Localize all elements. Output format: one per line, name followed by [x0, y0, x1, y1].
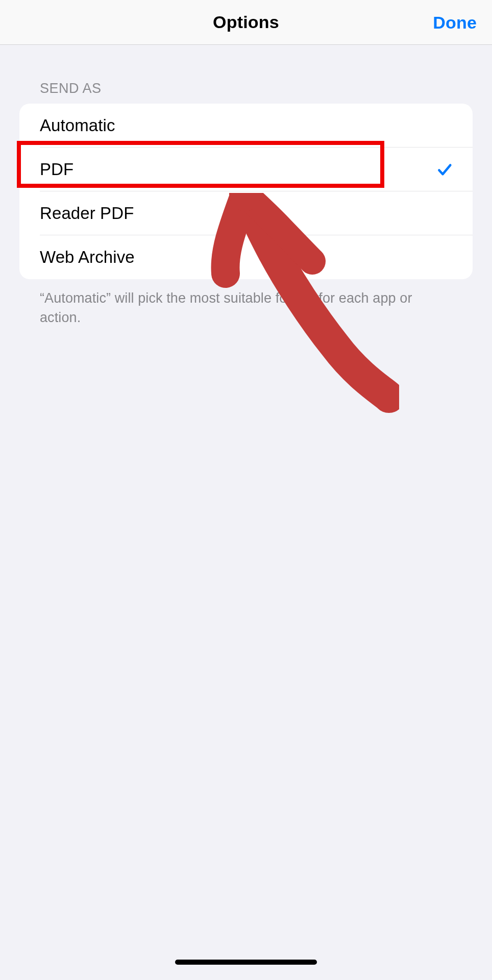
- option-label: Web Archive: [40, 248, 135, 267]
- option-label: PDF: [40, 160, 73, 179]
- option-label: Reader PDF: [40, 204, 134, 223]
- option-web-archive[interactable]: Web Archive: [19, 235, 473, 279]
- page-title: Options: [213, 12, 279, 32]
- section-header-send-as: SEND AS: [40, 81, 473, 96]
- option-reader-pdf[interactable]: Reader PDF: [19, 191, 473, 235]
- done-button[interactable]: Done: [433, 12, 477, 32]
- send-as-list: Automatic PDF Reader PDF Web Archive: [19, 104, 473, 279]
- nav-bar: Options Done: [0, 0, 492, 45]
- option-pdf[interactable]: PDF: [19, 148, 473, 191]
- home-indicator: [175, 960, 317, 965]
- checkmark-icon: [436, 161, 453, 178]
- content-area: SEND AS Automatic PDF Reader PDF Web Arc…: [0, 45, 492, 327]
- option-label: Automatic: [40, 116, 115, 135]
- option-automatic[interactable]: Automatic: [19, 104, 473, 148]
- section-footer: “Automatic” will pick the most suitable …: [40, 288, 452, 327]
